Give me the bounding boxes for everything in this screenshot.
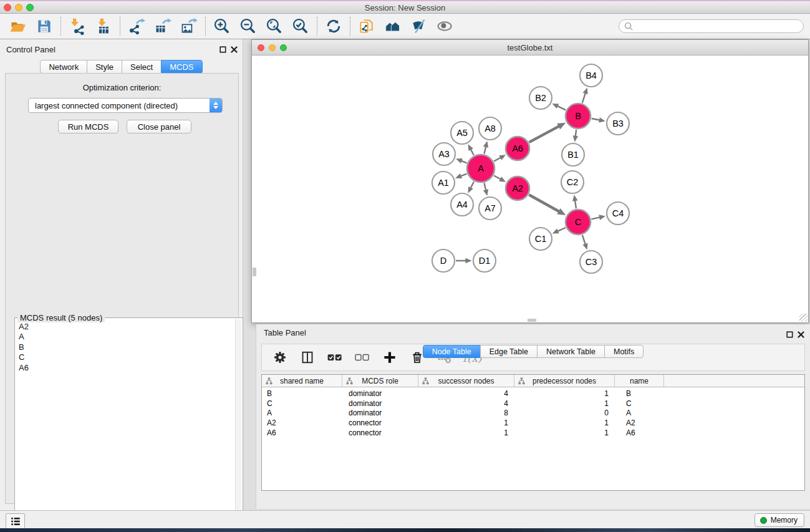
svg-text:A4: A4: [456, 200, 468, 210]
graph-edge-C-C3[interactable]: [582, 235, 586, 245]
memory-button[interactable]: Memory: [755, 513, 804, 527]
graph-node-B[interactable]: B: [566, 104, 591, 128]
show-graphics-details-button[interactable]: [432, 15, 458, 37]
graph-node-A4[interactable]: A4: [451, 193, 473, 216]
graph-node-C3[interactable]: C3: [580, 251, 602, 273]
export-image-icon: [180, 17, 198, 35]
graph-node-C2[interactable]: C2: [561, 171, 584, 193]
zoom-in-icon: [213, 17, 231, 35]
graph-edge-B-B2[interactable]: [557, 105, 566, 110]
close-panel-button[interactable]: Close panel: [127, 120, 191, 133]
close-panel-icon[interactable]: [230, 46, 238, 53]
graph-node-B2[interactable]: B2: [529, 87, 552, 109]
mcds-result-item[interactable]: C: [17, 352, 234, 362]
zoom-selected-button[interactable]: [287, 15, 314, 37]
app-titlebar: Session: New Session: [0, 0, 810, 14]
graph-edge-B-B3[interactable]: [592, 118, 600, 120]
mcds-tab-content: Optimization criterion: largest connecte…: [5, 73, 239, 504]
table-panel-tabs: Node TableEdge TableNetwork TableMotifs: [256, 345, 810, 506]
mcds-result-item[interactable]: A2: [17, 322, 234, 332]
search-input[interactable]: [636, 21, 803, 32]
network-window-titlebar[interactable]: testGlobe.txt: [252, 40, 808, 56]
graph-node-B4[interactable]: B4: [580, 64, 602, 87]
toolbar-separator: [317, 17, 317, 36]
float-panel-icon[interactable]: [219, 46, 226, 53]
export-image-button[interactable]: [176, 15, 202, 37]
zoom-in-button[interactable]: [209, 15, 235, 37]
control-tab-network[interactable]: Network: [40, 60, 87, 74]
import-table-button[interactable]: [90, 15, 117, 37]
criterion-select[interactable]: largest connected component (directed): [28, 98, 223, 113]
import-table-icon: [95, 17, 112, 35]
control-tab-style[interactable]: Style: [87, 60, 122, 74]
result-list-scrollbar[interactable]: [235, 319, 241, 530]
app-title: Session: New Session: [0, 3, 810, 12]
graph-node-A8[interactable]: A8: [479, 117, 501, 140]
svg-text:D: D: [440, 256, 446, 266]
save-floppy-icon: [36, 17, 53, 35]
zoom-fit-button[interactable]: [261, 15, 287, 37]
graph-node-C4[interactable]: C4: [607, 202, 629, 225]
memory-label: Memory: [771, 516, 798, 525]
vertical-scroll-indicator[interactable]: [253, 268, 256, 276]
graph-node-C[interactable]: C: [566, 210, 591, 235]
duplicate-network-button[interactable]: [354, 15, 380, 37]
float-table-panel-icon[interactable]: [786, 331, 793, 338]
export-network-button[interactable]: [123, 15, 150, 37]
graph-node-B3[interactable]: B3: [607, 112, 629, 135]
svg-text:B2: B2: [535, 93, 546, 103]
run-mcds-button[interactable]: Run MCDS: [58, 120, 118, 133]
graph-edge-C-C4[interactable]: [591, 217, 600, 219]
graph-node-D1[interactable]: D1: [473, 249, 496, 272]
apply-layout-button[interactable]: [321, 15, 347, 37]
mcds-result-item[interactable]: A: [17, 332, 234, 342]
graph-node-D[interactable]: D: [432, 249, 455, 272]
graph-node-A5[interactable]: A5: [451, 122, 473, 144]
export-table-button[interactable]: [150, 15, 176, 37]
mcds-result-item[interactable]: A6: [17, 363, 234, 373]
table-tab-edge-table[interactable]: Edge Table: [480, 345, 538, 358]
graph-node-B1[interactable]: B1: [562, 143, 584, 166]
graph-node-C1[interactable]: C1: [529, 228, 552, 250]
graph-edge-A6-B[interactable]: [529, 126, 560, 142]
graph-node-A6[interactable]: A6: [506, 137, 529, 160]
graph-node-A1[interactable]: A1: [432, 172, 455, 194]
zoom-out-button[interactable]: [235, 15, 261, 37]
task-console-button[interactable]: [6, 513, 25, 529]
save-session-button[interactable]: [31, 15, 57, 37]
graph-node-A[interactable]: A: [467, 155, 494, 182]
graph-node-A3[interactable]: A3: [433, 143, 455, 165]
graph-edge-A-A6[interactable]: [494, 157, 501, 161]
graph-edge-C-C1[interactable]: [557, 228, 566, 231]
graph-edge-A2-C[interactable]: [529, 195, 559, 211]
svg-text:C4: C4: [612, 208, 624, 218]
mcds-result-item[interactable]: B: [17, 342, 234, 352]
svg-text:A1: A1: [438, 178, 449, 188]
window-resize-grip[interactable]: [799, 314, 808, 322]
graph-edge-B-B4[interactable]: [582, 92, 586, 103]
table-tab-network-table[interactable]: Network Table: [537, 345, 605, 358]
dropdown-stepper-icon: [210, 99, 222, 112]
edge-arrowhead: [466, 258, 472, 264]
graph-edge-C-C2[interactable]: [575, 200, 576, 208]
control-tab-select[interactable]: Select: [122, 60, 162, 74]
first-neighbors-button[interactable]: [380, 15, 406, 37]
table-tab-motifs[interactable]: Motifs: [604, 345, 644, 358]
graph-node-A7[interactable]: A7: [479, 197, 501, 220]
search-icon: [624, 22, 634, 31]
hide-graphics-details-button[interactable]: [406, 15, 432, 37]
open-session-button[interactable]: [5, 15, 31, 37]
toolbar-separator: [350, 17, 350, 36]
svg-text:B1: B1: [567, 150, 579, 160]
control-tab-mcds[interactable]: MCDS: [161, 60, 202, 74]
edge-arrowhead: [573, 135, 578, 142]
import-network-button[interactable]: [64, 15, 90, 37]
close-table-panel-icon[interactable]: [797, 331, 804, 338]
table-tab-node-table[interactable]: Node Table: [423, 345, 481, 358]
refresh-icon: [325, 17, 342, 35]
svg-text:B: B: [575, 111, 581, 121]
network-canvas[interactable]: A5A8A3A1A4A7AA6A2B2B4BB3B1C2C4CC1C3DD1: [252, 56, 808, 322]
horizontal-scroll-indicator[interactable]: [528, 319, 536, 322]
graph-node-A2[interactable]: A2: [506, 177, 529, 200]
graph-edge-A-A2[interactable]: [494, 175, 501, 179]
